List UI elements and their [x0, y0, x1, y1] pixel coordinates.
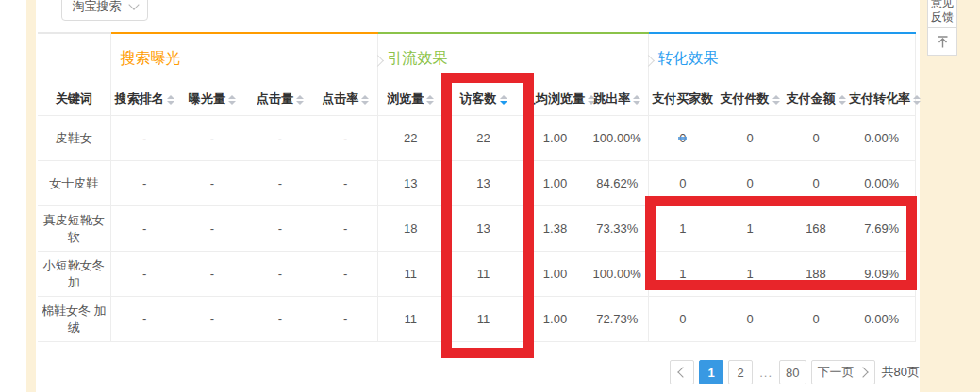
cell-value: 73.33% — [596, 221, 638, 236]
cell-impressions: - — [178, 161, 246, 206]
column-header-label: 访客数 — [460, 91, 497, 106]
cell-pay-buyers: 1 — [648, 252, 717, 297]
group-header-row: 搜索曝光 引流效果 转化效果 — [38, 33, 915, 83]
cell-impressions: - — [178, 297, 246, 342]
cell-value: 11 — [477, 267, 490, 281]
cell-ctr: - — [314, 297, 377, 342]
sort-arrows-icon[interactable] — [228, 95, 236, 105]
column-header-bounce-rate[interactable]: 跳出率 — [587, 83, 648, 116]
column-header-pageviews[interactable]: 浏览量 — [377, 83, 443, 116]
sort-arrows-icon[interactable] — [633, 95, 640, 105]
column-header-pay-buyers: 支付买家数 — [648, 83, 717, 116]
cell-value: 0.00% — [864, 131, 899, 145]
channel-select[interactable]: 淘宝搜索 — [61, 0, 148, 21]
sort-arrows-icon[interactable] — [839, 95, 846, 105]
cell-value: - — [278, 312, 282, 326]
feedback-label-line2: 反馈 — [931, 10, 954, 24]
cell-bounce-rate: 100.00% — [587, 116, 648, 161]
cell-bounce-rate: 84.62% — [587, 161, 648, 206]
cell-value: - — [210, 176, 214, 190]
cell-pay-conversion: 9.09% — [849, 252, 915, 297]
column-header-ctr[interactable]: 点击率 — [314, 83, 377, 116]
cell-value: - — [142, 267, 146, 281]
column-header-visitors[interactable]: 访客数 — [443, 83, 523, 116]
cell-value: 100.00% — [593, 131, 641, 145]
pagination-page-2[interactable]: 2 — [728, 360, 753, 384]
cell-pay-amount: 0 — [783, 297, 849, 342]
column-header-pay-amount[interactable]: 支付金额 — [783, 83, 849, 116]
column-header-pay-conversion[interactable]: 支付转化率 — [849, 83, 915, 116]
keyword-link[interactable]: 皮鞋女 — [38, 116, 110, 161]
pagination-next-button[interactable]: 下一页 — [811, 360, 875, 384]
cell-value: 84.62% — [596, 176, 638, 190]
pagination: 12...80下一页共80页 — [670, 360, 920, 384]
chevron-left-icon — [678, 367, 689, 377]
pagination-prev-button[interactable] — [670, 360, 694, 384]
cell-value: 0 — [746, 131, 753, 145]
feedback-button[interactable]: 意见 反馈 — [927, 0, 957, 28]
column-header-clicks[interactable]: 点击量 — [246, 83, 314, 116]
cell-value: - — [210, 221, 214, 236]
arrow-to-top-icon — [936, 35, 950, 49]
cell-pay-buyers: 1 — [648, 206, 717, 252]
sort-arrows-icon[interactable] — [296, 95, 304, 105]
back-to-top-button[interactable] — [927, 27, 957, 56]
cell-value: 0 — [679, 176, 686, 190]
cell-bounce-rate: 100.00% — [587, 252, 648, 297]
cell-value: 1 — [679, 267, 686, 281]
group-title-conversion-effect: 转化效果 — [649, 50, 719, 66]
cell-value: 188 — [806, 267, 826, 281]
sort-arrows-icon[interactable] — [426, 95, 434, 105]
column-header-search-rank[interactable]: 搜索排名 — [110, 83, 178, 116]
cell-pay-conversion: 0.00% — [849, 297, 915, 342]
table-row: 皮鞋女----22221.00100.00%0000.00% — [38, 116, 915, 161]
column-header-pay-items[interactable]: 支付件数 — [717, 83, 783, 116]
sort-arrows-icon[interactable] — [361, 95, 369, 105]
cell-value: 0 — [812, 131, 819, 145]
cell-pay-buyers: 0 — [648, 161, 717, 206]
column-header-label: 支付金额 — [787, 91, 836, 106]
group-title-search-exposure: 搜索曝光 — [111, 50, 181, 66]
cell-avg-pageviews: 1.00 — [523, 116, 587, 161]
column-header-label: 浏览量 — [387, 91, 424, 106]
pagination-page-1[interactable]: 1 — [699, 360, 723, 384]
keyword-link[interactable]: 女士皮鞋 — [38, 161, 110, 206]
cell-value: 11 — [405, 267, 418, 281]
cell-pay-amount: 188 — [783, 252, 849, 297]
pagination-total-pages: 共80页 — [882, 364, 920, 381]
sort-arrows-icon[interactable] — [913, 95, 921, 105]
column-header-avg-pageviews[interactable]: 人均浏览量 — [523, 83, 587, 116]
cell-value: - — [278, 176, 282, 190]
keyword-link[interactable]: 小短靴女冬加 — [38, 252, 110, 297]
cell-value: 22 — [476, 131, 490, 145]
sort-arrows-icon[interactable] — [167, 95, 174, 105]
cell-pay-items: 1 — [717, 206, 783, 252]
sort-arrows-icon[interactable] — [772, 95, 780, 105]
sort-arrows-icon[interactable] — [500, 95, 507, 105]
cell-pay-conversion: 0.00% — [849, 116, 915, 161]
cell-pay-conversion: 0.00% — [849, 161, 915, 206]
cell-pay-items: 0 — [717, 161, 783, 206]
cell-value: 168 — [806, 221, 826, 236]
cell-value: - — [278, 221, 282, 236]
cell-ctr: - — [314, 161, 377, 206]
cell-value: 0 — [746, 312, 753, 326]
cell-pay-buyers: 0 — [648, 297, 717, 342]
cell-bounce-rate: 72.73% — [587, 297, 648, 342]
keyword-link[interactable]: 真皮短靴女 软 — [38, 206, 110, 252]
group-header-traffic-effect: 引流效果 — [377, 33, 648, 83]
cell-ctr: - — [314, 206, 377, 252]
cell-value: 18 — [404, 221, 417, 236]
cell-value: - — [210, 312, 214, 326]
keyword-link[interactable]: 棉鞋女冬 加绒 — [38, 297, 110, 342]
cell-clicks: - — [246, 297, 314, 342]
cell-value: 0.00% — [864, 176, 899, 190]
table-row: 女士皮鞋----13131.0084.62%0000.00% — [38, 161, 915, 206]
column-header-impressions[interactable]: 曝光量 — [178, 83, 246, 116]
pagination-page-80[interactable]: 80 — [779, 360, 806, 384]
cell-search-rank: - — [110, 297, 178, 342]
cell-pageviews: 11 — [377, 297, 443, 342]
cell-avg-pageviews: 1.38 — [523, 206, 587, 252]
cell-value: 7.69% — [864, 221, 899, 236]
column-header-label: 点击量 — [257, 91, 293, 106]
